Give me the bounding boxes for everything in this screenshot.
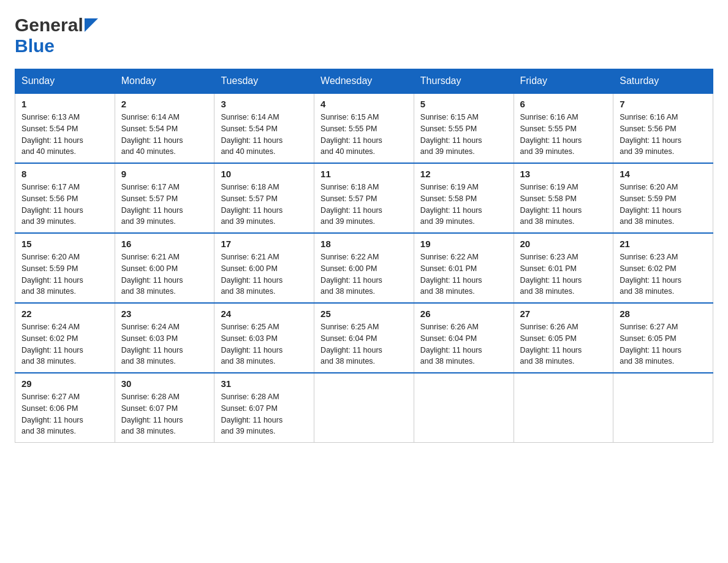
calendar-cell: 4Sunrise: 6:15 AMSunset: 5:55 PMDaylight…	[314, 93, 414, 163]
day-info: Sunrise: 6:18 AMSunset: 5:57 PMDaylight:…	[320, 182, 408, 228]
day-info: Sunrise: 6:20 AMSunset: 5:59 PMDaylight:…	[21, 251, 108, 297]
calendar-week-row: 1Sunrise: 6:13 AMSunset: 5:54 PMDaylight…	[15, 93, 713, 163]
day-number: 30	[121, 378, 208, 389]
svg-marker-0	[85, 18, 98, 32]
day-number: 24	[221, 308, 308, 319]
calendar-cell: 14Sunrise: 6:20 AMSunset: 5:59 PMDayligh…	[613, 163, 713, 233]
calendar-cell: 12Sunrise: 6:19 AMSunset: 5:58 PMDayligh…	[414, 163, 514, 233]
weekday-header-row: SundayMondayTuesdayWednesdayThursdayFrid…	[15, 69, 713, 94]
day-info: Sunrise: 6:25 AMSunset: 6:04 PMDaylight:…	[320, 321, 408, 367]
weekday-header-thursday: Thursday	[414, 69, 514, 94]
day-info: Sunrise: 6:24 AMSunset: 6:03 PMDaylight:…	[121, 321, 208, 367]
day-info: Sunrise: 6:26 AMSunset: 6:04 PMDaylight:…	[420, 321, 507, 367]
calendar-cell: 18Sunrise: 6:22 AMSunset: 6:00 PMDayligh…	[314, 233, 414, 303]
day-info: Sunrise: 6:22 AMSunset: 6:01 PMDaylight:…	[420, 251, 507, 297]
day-number: 12	[420, 169, 507, 179]
day-number: 22	[21, 308, 108, 319]
calendar-week-row: 15Sunrise: 6:20 AMSunset: 5:59 PMDayligh…	[15, 233, 713, 303]
day-number: 5	[420, 99, 507, 109]
day-info: Sunrise: 6:28 AMSunset: 6:07 PMDaylight:…	[221, 391, 308, 437]
day-info: Sunrise: 6:13 AMSunset: 5:54 PMDaylight:…	[21, 112, 108, 158]
day-info: Sunrise: 6:27 AMSunset: 6:05 PMDaylight:…	[620, 321, 707, 367]
logo: General Blue	[15, 15, 98, 56]
day-info: Sunrise: 6:28 AMSunset: 6:07 PMDaylight:…	[121, 391, 208, 437]
day-number: 14	[620, 169, 707, 179]
weekday-header-sunday: Sunday	[15, 69, 115, 94]
calendar-cell: 10Sunrise: 6:18 AMSunset: 5:57 PMDayligh…	[214, 163, 314, 233]
calendar-cell: 26Sunrise: 6:26 AMSunset: 6:04 PMDayligh…	[414, 303, 514, 373]
day-number: 9	[121, 169, 208, 179]
calendar-cell: 21Sunrise: 6:23 AMSunset: 6:02 PMDayligh…	[613, 233, 713, 303]
day-number: 25	[320, 308, 408, 319]
calendar-cell: 19Sunrise: 6:22 AMSunset: 6:01 PMDayligh…	[414, 233, 514, 303]
calendar-cell: 5Sunrise: 6:15 AMSunset: 5:55 PMDaylight…	[414, 93, 514, 163]
calendar-cell: 22Sunrise: 6:24 AMSunset: 6:02 PMDayligh…	[15, 303, 115, 373]
calendar-cell: 7Sunrise: 6:16 AMSunset: 5:56 PMDaylight…	[613, 93, 713, 163]
calendar-cell: 23Sunrise: 6:24 AMSunset: 6:03 PMDayligh…	[115, 303, 214, 373]
day-number: 15	[21, 239, 108, 249]
day-info: Sunrise: 6:15 AMSunset: 5:55 PMDaylight:…	[320, 112, 408, 158]
weekday-header-wednesday: Wednesday	[314, 69, 414, 94]
calendar-cell: 29Sunrise: 6:27 AMSunset: 6:06 PMDayligh…	[15, 373, 115, 443]
day-info: Sunrise: 6:24 AMSunset: 6:02 PMDaylight:…	[21, 321, 108, 367]
day-number: 27	[520, 308, 607, 319]
day-info: Sunrise: 6:14 AMSunset: 5:54 PMDaylight:…	[221, 112, 308, 158]
day-number: 31	[221, 378, 308, 389]
calendar-cell: 28Sunrise: 6:27 AMSunset: 6:05 PMDayligh…	[613, 303, 713, 373]
calendar-cell: 6Sunrise: 6:16 AMSunset: 5:55 PMDaylight…	[514, 93, 613, 163]
logo-blue-text: Blue	[15, 36, 55, 56]
calendar-cell	[414, 373, 514, 443]
day-number: 6	[520, 99, 607, 109]
day-number: 29	[21, 378, 108, 389]
weekday-header-saturday: Saturday	[613, 69, 713, 94]
logo-general-text: General	[15, 15, 83, 36]
day-info: Sunrise: 6:26 AMSunset: 6:05 PMDaylight:…	[520, 321, 607, 367]
calendar-cell: 2Sunrise: 6:14 AMSunset: 5:54 PMDaylight…	[115, 93, 214, 163]
day-info: Sunrise: 6:17 AMSunset: 5:57 PMDaylight:…	[121, 182, 208, 228]
day-number: 3	[221, 99, 308, 109]
day-info: Sunrise: 6:15 AMSunset: 5:55 PMDaylight:…	[420, 112, 507, 158]
calendar-cell: 27Sunrise: 6:26 AMSunset: 6:05 PMDayligh…	[514, 303, 613, 373]
weekday-header-monday: Monday	[115, 69, 214, 94]
calendar-cell: 24Sunrise: 6:25 AMSunset: 6:03 PMDayligh…	[214, 303, 314, 373]
calendar-cell: 8Sunrise: 6:17 AMSunset: 5:56 PMDaylight…	[15, 163, 115, 233]
day-number: 26	[420, 308, 507, 319]
weekday-header-friday: Friday	[514, 69, 613, 94]
day-number: 13	[520, 169, 607, 179]
day-info: Sunrise: 6:20 AMSunset: 5:59 PMDaylight:…	[620, 182, 707, 228]
day-number: 11	[320, 169, 408, 179]
day-info: Sunrise: 6:27 AMSunset: 6:06 PMDaylight:…	[21, 391, 108, 437]
day-number: 7	[620, 99, 707, 109]
day-number: 4	[320, 99, 408, 109]
day-info: Sunrise: 6:23 AMSunset: 6:01 PMDaylight:…	[520, 251, 607, 297]
day-info: Sunrise: 6:18 AMSunset: 5:57 PMDaylight:…	[221, 182, 308, 228]
day-info: Sunrise: 6:19 AMSunset: 5:58 PMDaylight:…	[420, 182, 507, 228]
day-info: Sunrise: 6:23 AMSunset: 6:02 PMDaylight:…	[620, 251, 707, 297]
calendar-table: SundayMondayTuesdayWednesdayThursdayFrid…	[15, 69, 713, 443]
day-number: 2	[121, 99, 208, 109]
calendar-cell: 1Sunrise: 6:13 AMSunset: 5:54 PMDaylight…	[15, 93, 115, 163]
day-info: Sunrise: 6:25 AMSunset: 6:03 PMDaylight:…	[221, 321, 308, 367]
weekday-header-tuesday: Tuesday	[214, 69, 314, 94]
calendar-cell: 17Sunrise: 6:21 AMSunset: 6:00 PMDayligh…	[214, 233, 314, 303]
day-info: Sunrise: 6:17 AMSunset: 5:56 PMDaylight:…	[21, 182, 108, 228]
day-info: Sunrise: 6:16 AMSunset: 5:55 PMDaylight:…	[520, 112, 607, 158]
calendar-cell	[613, 373, 713, 443]
calendar-cell: 30Sunrise: 6:28 AMSunset: 6:07 PMDayligh…	[115, 373, 214, 443]
day-number: 21	[620, 239, 707, 249]
day-number: 16	[121, 239, 208, 249]
calendar-cell: 11Sunrise: 6:18 AMSunset: 5:57 PMDayligh…	[314, 163, 414, 233]
day-number: 28	[620, 308, 707, 319]
day-info: Sunrise: 6:14 AMSunset: 5:54 PMDaylight:…	[121, 112, 208, 158]
day-info: Sunrise: 6:19 AMSunset: 5:58 PMDaylight:…	[520, 182, 607, 228]
calendar-cell: 3Sunrise: 6:14 AMSunset: 5:54 PMDaylight…	[214, 93, 314, 163]
day-number: 1	[21, 99, 108, 109]
calendar-cell: 25Sunrise: 6:25 AMSunset: 6:04 PMDayligh…	[314, 303, 414, 373]
page-header: General Blue	[15, 15, 713, 56]
day-info: Sunrise: 6:21 AMSunset: 6:00 PMDaylight:…	[121, 251, 208, 297]
calendar-cell: 15Sunrise: 6:20 AMSunset: 5:59 PMDayligh…	[15, 233, 115, 303]
day-number: 20	[520, 239, 607, 249]
calendar-week-row: 22Sunrise: 6:24 AMSunset: 6:02 PMDayligh…	[15, 303, 713, 373]
day-info: Sunrise: 6:21 AMSunset: 6:00 PMDaylight:…	[221, 251, 308, 297]
day-number: 23	[121, 308, 208, 319]
